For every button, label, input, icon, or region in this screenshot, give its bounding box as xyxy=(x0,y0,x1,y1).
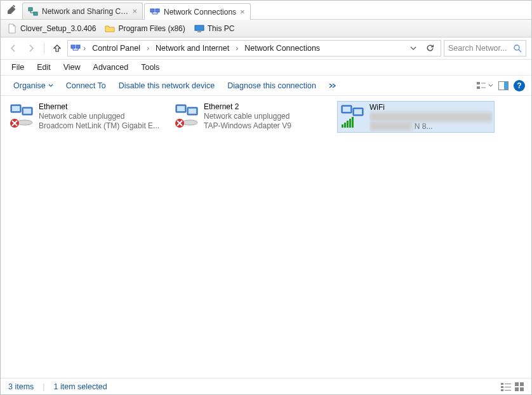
svg-rect-50 xyxy=(520,387,524,391)
connection-name: Ethernet 2 xyxy=(204,102,328,112)
crumb-control-panel[interactable]: Control Panel xyxy=(88,43,144,54)
breadcrumb-controls xyxy=(406,44,438,53)
svg-rect-15 xyxy=(477,86,480,89)
tab-title: Network Connections xyxy=(164,8,236,17)
connection-name: WiFi xyxy=(369,103,493,112)
menu-tools[interactable]: Tools xyxy=(135,61,165,74)
wifi-connected-icon xyxy=(339,103,366,130)
connection-ethernet[interactable]: Ethernet Network cable unplugged Broadco… xyxy=(7,101,164,133)
breadcrumb[interactable]: › Control Panel › Network and Internet ›… xyxy=(67,40,441,57)
crumb-network-internet[interactable]: Network and Internet xyxy=(152,43,233,54)
menu-view[interactable]: View xyxy=(58,61,86,74)
tab-strip: Network and Sharing Cent × Network Conne… xyxy=(1,1,531,20)
ethernet-unplugged-icon xyxy=(173,102,200,129)
menubar: File Edit View Advanced Tools xyxy=(1,60,531,76)
tab-network-connections[interactable]: Network Connections × xyxy=(144,3,251,20)
svg-rect-39 xyxy=(349,119,351,128)
svg-rect-23 xyxy=(23,109,31,114)
pc-icon xyxy=(194,23,204,34)
menu-file[interactable]: File xyxy=(6,61,30,74)
tab-close-icon[interactable]: × xyxy=(132,6,137,16)
search-box[interactable] xyxy=(444,40,526,57)
up-button[interactable] xyxy=(50,41,65,56)
folder-icon xyxy=(105,23,115,34)
connection-status: Network cable unplugged xyxy=(204,112,328,121)
bookmark-bar: Clover_Setup_3.0.406 Program Files (x86)… xyxy=(1,20,531,37)
tab-title: Network and Sharing Cent xyxy=(42,7,128,16)
bookmark-this-pc[interactable]: This PC xyxy=(194,23,235,34)
connection-name: Ethernet xyxy=(39,102,163,112)
bookmark-program-files[interactable]: Program Files (x86) xyxy=(105,23,185,34)
status-selection: 1 item selected xyxy=(54,382,107,391)
svg-rect-29 xyxy=(189,109,196,114)
menu-edit[interactable]: Edit xyxy=(31,61,57,74)
svg-rect-11 xyxy=(76,45,80,48)
network-connections-icon xyxy=(150,7,160,17)
help-button[interactable]: ? xyxy=(514,80,525,91)
svg-rect-35 xyxy=(354,109,362,114)
diagnose-button[interactable]: Diagnose this connection xyxy=(221,79,323,93)
svg-rect-4 xyxy=(29,8,32,11)
connection-device: TAP-Windows Adapter V9 xyxy=(204,121,328,131)
chevron-right-icon[interactable]: › xyxy=(145,44,150,53)
connection-ethernet2[interactable]: Ethernet 2 Network cable unplugged TAP-W… xyxy=(172,101,329,133)
preview-pane-button[interactable] xyxy=(498,81,509,90)
status-item-count: 3 items xyxy=(8,382,34,391)
file-icon xyxy=(7,23,17,34)
ethernet-unplugged-icon xyxy=(8,102,35,129)
svg-line-13 xyxy=(519,50,521,52)
organise-button[interactable]: Organise xyxy=(7,79,60,93)
svg-rect-42 xyxy=(501,386,503,388)
tab-network-sharing[interactable]: Network and Sharing Cent × xyxy=(22,3,143,19)
content-area[interactable]: Ethernet Network cable unplugged Broadco… xyxy=(1,96,531,378)
connection-device: Broadcom NetLink (TM) Gigabit E... xyxy=(39,121,163,131)
svg-rect-21 xyxy=(12,106,20,111)
bookmark-label: Clover_Setup_3.0.406 xyxy=(20,24,96,33)
back-button[interactable] xyxy=(6,41,21,56)
history-dropdown-icon[interactable] xyxy=(406,45,420,51)
overflow-button[interactable] xyxy=(323,80,343,91)
breadcrumb-root-icon[interactable] xyxy=(70,43,81,53)
large-icons-view-button[interactable] xyxy=(515,382,524,391)
organise-label: Organise xyxy=(13,81,46,90)
svg-rect-36 xyxy=(342,124,343,128)
settings-icon[interactable] xyxy=(7,4,17,15)
menu-advanced[interactable]: Advanced xyxy=(88,61,135,74)
status-bar: 3 items | 1 item selected xyxy=(1,378,531,394)
disable-device-button[interactable]: Disable this network device xyxy=(112,79,221,93)
bookmark-clover[interactable]: Clover_Setup_3.0.406 xyxy=(7,23,96,34)
nav-separator xyxy=(44,43,44,54)
view-options-button[interactable] xyxy=(477,81,493,91)
svg-rect-9 xyxy=(197,31,201,32)
svg-rect-40 xyxy=(352,117,354,128)
crumb-network-connections[interactable]: Network Connections xyxy=(241,43,324,54)
forward-button[interactable] xyxy=(23,41,39,56)
svg-rect-38 xyxy=(347,121,349,128)
svg-rect-49 xyxy=(515,387,519,391)
connection-wifi[interactable]: WiFi redacted redacted redacted red N 8.… xyxy=(337,101,495,133)
dropdown-icon xyxy=(48,83,53,88)
view-toggle xyxy=(501,382,524,391)
svg-rect-43 xyxy=(501,389,503,391)
svg-rect-6 xyxy=(150,9,154,12)
window: Network and Sharing Cent × Network Conne… xyxy=(0,0,532,395)
details-view-button[interactable] xyxy=(501,382,511,391)
bookmark-label: This PC xyxy=(208,24,235,33)
refresh-button[interactable] xyxy=(422,44,438,53)
svg-rect-7 xyxy=(156,9,159,12)
svg-rect-48 xyxy=(520,382,524,386)
svg-rect-27 xyxy=(177,106,185,111)
search-input[interactable] xyxy=(448,44,511,53)
svg-rect-10 xyxy=(71,45,75,48)
svg-point-12 xyxy=(514,45,519,50)
chevron-right-icon[interactable]: › xyxy=(234,44,239,53)
nav-row: › Control Panel › Network and Internet ›… xyxy=(1,37,531,60)
bookmark-label: Program Files (x86) xyxy=(118,24,185,33)
network-sharing-icon xyxy=(28,6,38,17)
tab-close-icon[interactable]: × xyxy=(240,7,245,17)
status-separator: | xyxy=(43,382,44,391)
connect-to-button[interactable]: Connect To xyxy=(60,79,112,93)
svg-rect-14 xyxy=(477,82,480,84)
search-icon[interactable] xyxy=(514,44,522,53)
chevron-right-icon[interactable]: › xyxy=(82,44,87,53)
